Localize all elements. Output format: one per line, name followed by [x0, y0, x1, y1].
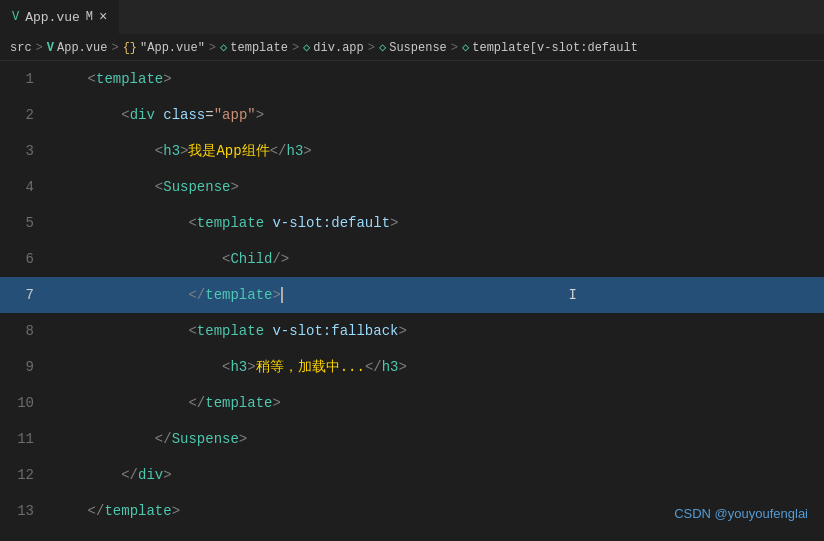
- code-line-1: 1 <template>: [0, 61, 824, 97]
- line-num-1: 1: [0, 71, 50, 87]
- code-line-12: 12 </div>: [0, 457, 824, 493]
- breadcrumb: src > V App.vue > {} "App.vue" > ◇ templ…: [0, 35, 824, 61]
- breadcrumb-template-slot-label: template[v-slot:default: [472, 41, 638, 55]
- watermark: CSDN @youyoufenglai: [674, 506, 808, 521]
- line-content-3: <h3>我是App组件</h3>: [50, 142, 824, 160]
- braces-icon: {}: [123, 41, 137, 55]
- breadcrumb-vue: V App.vue: [47, 41, 108, 55]
- code-line-7: 7 </template> I: [0, 277, 824, 313]
- line-content-7: </template> I: [50, 287, 824, 303]
- line-num-13: 13: [0, 503, 50, 519]
- line-num-10: 10: [0, 395, 50, 411]
- breadcrumb-sep-2: >: [111, 41, 118, 55]
- breadcrumb-div-app: ◇ div.app: [303, 40, 364, 55]
- line-num-5: 5: [0, 215, 50, 231]
- code-line-9: 9 <h3>稍等，加载中...</h3>: [0, 349, 824, 385]
- breadcrumb-suspense: ◇ Suspense: [379, 40, 447, 55]
- code-editor: 1 <template> 2 <div class="app"> 3 <h3>我…: [0, 61, 824, 541]
- breadcrumb-template-label: template: [230, 41, 288, 55]
- breadcrumb-sep-6: >: [451, 41, 458, 55]
- tag-icon-4: ◇: [462, 40, 469, 55]
- breadcrumb-divapp-label: div.app: [313, 41, 363, 55]
- breadcrumb-template: ◇ template: [220, 40, 288, 55]
- line-content-10: </template>: [50, 395, 824, 411]
- line-content-8: <template v-slot:fallback>: [50, 323, 824, 339]
- breadcrumb-appvue-label: "App.vue": [140, 41, 205, 55]
- breadcrumb-sep-4: >: [292, 41, 299, 55]
- code-line-3: 3 <h3>我是App组件</h3>: [0, 133, 824, 169]
- code-line-13: 13 </template> CSDN @youyoufenglai: [0, 493, 824, 529]
- line-num-6: 6: [0, 251, 50, 267]
- code-line-4: 4 <Suspense>: [0, 169, 824, 205]
- tab-label: App.vue: [25, 10, 80, 25]
- line-num-11: 11: [0, 431, 50, 447]
- folder-icon: src: [10, 41, 32, 55]
- line-num-3: 3: [0, 143, 50, 159]
- line-content-6: <Child/>: [50, 251, 824, 267]
- tag-icon-3: ◇: [379, 40, 386, 55]
- vue-icon: V: [47, 41, 54, 55]
- breadcrumb-appvue-obj: {} "App.vue": [123, 41, 205, 55]
- tag-icon-1: ◇: [220, 40, 227, 55]
- tab-modified-indicator: M: [86, 10, 93, 24]
- breadcrumb-sep-3: >: [209, 41, 216, 55]
- tab-bar: V App.vue M ×: [0, 0, 824, 35]
- line-num-7: 7: [0, 287, 50, 303]
- code-line-10: 10 </template>: [0, 385, 824, 421]
- line-content-9: <h3>稍等，加载中...</h3>: [50, 358, 824, 376]
- tab-close-button[interactable]: ×: [99, 10, 107, 24]
- tag-icon-2: ◇: [303, 40, 310, 55]
- line-content-4: <Suspense>: [50, 179, 824, 195]
- breadcrumb-sep-1: >: [36, 41, 43, 55]
- code-line-8: 8 <template v-slot:fallback>: [0, 313, 824, 349]
- line-content-2: <div class="app">: [50, 107, 824, 123]
- line-num-9: 9: [0, 359, 50, 375]
- breadcrumb-app-vue: App.vue: [57, 41, 107, 55]
- breadcrumb-sep-5: >: [368, 41, 375, 55]
- vue-file-icon: V: [12, 10, 19, 24]
- code-line-5: 5 <template v-slot:default>: [0, 205, 824, 241]
- line-content-1: <template>: [50, 71, 824, 87]
- line-num-2: 2: [0, 107, 50, 123]
- breadcrumb-suspense-label: Suspense: [389, 41, 447, 55]
- breadcrumb-src: src: [10, 41, 32, 55]
- line-content-12: </div>: [50, 467, 824, 483]
- line-num-12: 12: [0, 467, 50, 483]
- line-num-4: 4: [0, 179, 50, 195]
- line-content-5: <template v-slot:default>: [50, 215, 824, 231]
- line-num-8: 8: [0, 323, 50, 339]
- code-line-11: 11 </Suspense>: [0, 421, 824, 457]
- code-line-2: 2 <div class="app">: [0, 97, 824, 133]
- breadcrumb-template-slot: ◇ template[v-slot:default: [462, 40, 638, 55]
- line-content-11: </Suspense>: [50, 431, 824, 447]
- tab-app-vue[interactable]: V App.vue M ×: [0, 0, 120, 34]
- code-line-6: 6 <Child/>: [0, 241, 824, 277]
